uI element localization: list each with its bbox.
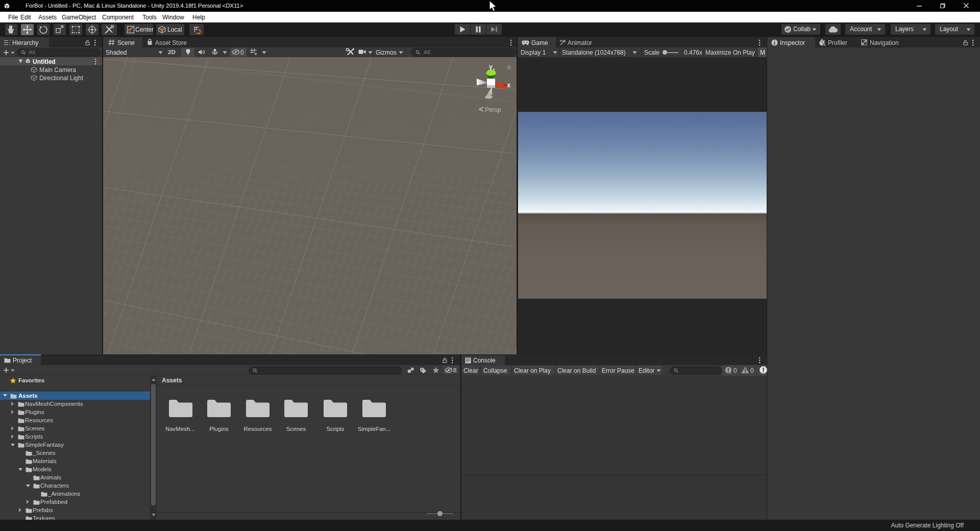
svg-text:y: y xyxy=(489,63,493,70)
svg-text:x: x xyxy=(507,82,511,89)
